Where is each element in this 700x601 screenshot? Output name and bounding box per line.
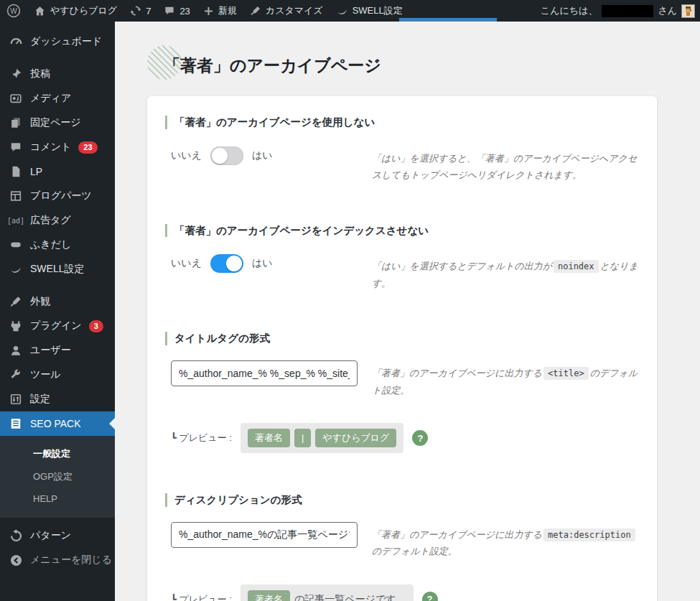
sidebar-item-dashboard[interactable]: ダッシュボード: [0, 29, 115, 54]
comments-badge: 23: [78, 141, 97, 154]
description-preview-box: 著者名の記事一覧ページです。: [241, 584, 414, 601]
main-content: 「著者」のアーカイブページ 「著者」のアーカイブページを使用しない いいえ はい…: [115, 22, 700, 601]
sidebar-item-adtag[interactable]: [ad] 広告タグ: [0, 208, 115, 233]
sidebar-item-settings[interactable]: 設定: [0, 387, 115, 411]
toggle-label-no: いいえ: [171, 257, 202, 270]
visit-site-link[interactable]: やすひらブログ: [27, 0, 123, 22]
updates-icon: [130, 5, 141, 17]
plugins-badge: 3: [89, 320, 103, 332]
sidebar-label: 固定ページ: [30, 116, 81, 129]
setting-title: ディスクリプションの形式: [165, 493, 639, 507]
new-content-link[interactable]: 新規: [197, 0, 243, 22]
settings-card: 「著者」のアーカイブページを使用しない いいえ はい 「はい」を選択すると、「著…: [147, 96, 657, 601]
sidebar-item-users[interactable]: ユーザー: [0, 338, 115, 363]
sidebar-label: ダッシュボード: [30, 35, 102, 48]
submenu-item-general-settings[interactable]: 一般設定: [0, 442, 115, 465]
pin-icon: [9, 67, 23, 81]
document-icon: [9, 164, 23, 179]
svg-text:W: W: [10, 7, 17, 15]
help-button[interactable]: ?: [412, 430, 428, 446]
admin-sidebar: ダッシュボード 投稿 メディア 固定ページ コメント 23 LP: [0, 22, 115, 601]
setting-description: 「はい」を選択すると、「著者」のアーカイブページへアクセスしてもトップページへリ…: [372, 144, 639, 184]
setting-title: 「著者」のアーカイブページを使用しない: [165, 116, 639, 129]
sidebar-label: 外観: [30, 295, 50, 308]
sidebar-item-media[interactable]: メディア: [0, 86, 115, 111]
wordpress-logo-icon: W: [6, 4, 21, 18]
wrench-icon: [9, 368, 23, 382]
noindex-toggle[interactable]: [210, 254, 243, 273]
setting-title: タイトルタグの形式: [165, 332, 639, 345]
sidebar-item-tools[interactable]: ツール: [0, 363, 115, 387]
sidebar-item-plugins[interactable]: プラグイン 3: [0, 314, 115, 338]
sidebar-item-lp[interactable]: LP: [0, 159, 115, 184]
sidebar-label: 広告タグ: [30, 214, 71, 227]
section-noindex-author-archive: 「著者」のアーカイブページをインデックスさせない いいえ はい 「はい」を選択す…: [165, 224, 639, 292]
setting-description: 「著者」のアーカイブページに出力するmeta:descriptionのデフォルト…: [372, 522, 639, 560]
ad-tag-icon: [ad]: [9, 213, 23, 228]
account-menu[interactable]: こんにちは、 さん: [541, 4, 700, 18]
user-icon: [9, 343, 23, 358]
preview-text: の記事一覧ページです。: [294, 593, 406, 601]
section-description-format: ディスクリプションの形式 「著者」のアーカイブページに出力するmeta:desc…: [165, 493, 639, 601]
sidebar-item-collapse-menu[interactable]: メニューを閉じる: [0, 548, 115, 572]
preview-chip: やすひらブログ: [315, 429, 396, 447]
user-avatar: [681, 4, 695, 18]
toggle-label-yes: はい: [252, 257, 273, 270]
active-tab-edge: [399, 18, 497, 22]
swell-icon: [336, 5, 348, 17]
updates-link[interactable]: 7: [123, 0, 157, 22]
title-format-input[interactable]: [171, 360, 358, 386]
sidebar-item-seo-pack[interactable]: SEO PACK: [0, 411, 115, 436]
customize-label: カスタマイズ: [266, 4, 323, 17]
brush-icon: [250, 5, 261, 17]
sidebar-label: LP: [30, 166, 42, 177]
sidebar-item-posts[interactable]: 投稿: [0, 62, 115, 86]
submenu-item-ogp-settings[interactable]: OGP設定: [0, 465, 115, 488]
swell-icon: [9, 262, 23, 276]
site-name: やすひらブログ: [50, 4, 117, 17]
sidebar-item-appearance[interactable]: 外観: [0, 289, 115, 314]
swell-settings-label: SWELL設定: [353, 4, 403, 17]
sidebar-item-pages[interactable]: 固定ページ: [0, 111, 115, 135]
description-format-input[interactable]: [171, 522, 358, 548]
disable-archive-toggle[interactable]: [210, 146, 243, 165]
toggle-label-yes: はい: [252, 149, 273, 162]
sidebar-label: 投稿: [30, 67, 50, 80]
admin-bar: W やすひらブログ 7 23 新規 カスタマイズ SWELL設定: [0, 0, 700, 22]
preview-chip: 著者名: [248, 590, 290, 601]
title-preview-box: 著者名|やすひらブログ: [241, 423, 404, 453]
sidebar-item-blogparts[interactable]: ブログパーツ: [0, 184, 115, 208]
speech-balloon-icon: [9, 238, 23, 252]
toggle-label-no: いいえ: [171, 149, 202, 162]
collapse-arrow-icon: [9, 553, 23, 567]
media-icon: [9, 91, 23, 106]
help-button[interactable]: ?: [422, 592, 438, 601]
customize-link[interactable]: カスタマイズ: [243, 0, 330, 22]
comments-count: 23: [179, 6, 190, 17]
sidebar-label: プラグイン: [30, 320, 82, 332]
sidebar-item-fukidashi[interactable]: ふきだし: [0, 233, 115, 257]
sidebar-label: SWELL設定: [30, 263, 84, 276]
sidebar-item-swell-settings[interactable]: SWELL設定: [0, 257, 115, 281]
sidebar-label: メディア: [30, 92, 71, 105]
layout-icon: [9, 189, 23, 203]
section-title-tag-format: タイトルタグの形式 「著者」のアーカイブページに出力する<title>のデフォル…: [165, 332, 639, 452]
comments-link[interactable]: 23: [157, 0, 196, 22]
wordpress-menu[interactable]: W: [0, 0, 27, 22]
sidebar-item-comments[interactable]: コメント 23: [0, 135, 115, 159]
submenu-item-help[interactable]: HELP: [0, 488, 115, 509]
plus-icon: [203, 6, 214, 17]
setting-title: 「著者」のアーカイブページをインデックスさせない: [165, 224, 639, 238]
toggle-knob: [212, 148, 228, 164]
dashboard-icon: [9, 34, 23, 49]
plugin-icon: [9, 319, 23, 333]
sidebar-label: ブログパーツ: [30, 190, 92, 202]
preview-chip: 著者名: [248, 429, 290, 447]
swell-settings-link[interactable]: SWELL設定: [330, 0, 409, 22]
sidebar-item-patterns[interactable]: パターン: [0, 523, 115, 548]
sidebar-label: コメント: [30, 141, 71, 154]
sidebar-label: パターン: [30, 529, 71, 542]
sidebar-label: メニューを閉じる: [30, 554, 112, 567]
sidebar-label: ユーザー: [30, 344, 71, 357]
sidebar-label: ツール: [30, 368, 61, 381]
